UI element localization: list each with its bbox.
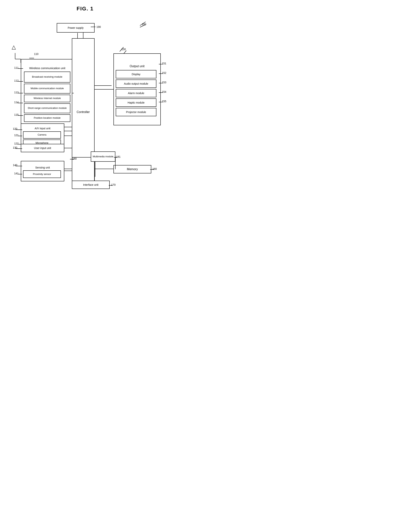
display-box: Display [116, 70, 156, 78]
short-range-box: Short-range communication module [24, 103, 70, 113]
label-152: 152 [162, 71, 166, 74]
sensing-unit-box: Sensing unit Proximity sensor [21, 161, 64, 181]
label-160: 160 [152, 167, 157, 170]
label-154: 154 [162, 90, 166, 93]
alarm-module-box: Alarm module [116, 89, 156, 97]
diagram: 100 Power supply 190 △ 110 Wireless comm… [4, 19, 166, 205]
position-location-box: Position-location module [24, 114, 70, 122]
wireless-comm-label: Wireless communication unit [21, 66, 73, 70]
memory-box: Memory [113, 165, 151, 173]
power-supply-box: Power supply [57, 23, 95, 32]
label-150: 150 [121, 48, 126, 51]
output-unit-box: Output unit Display Audio output module … [113, 53, 161, 125]
label-120: 120 [13, 127, 17, 130]
page-title: FIG. 1 [4, 6, 166, 12]
label-112: 112 [14, 79, 19, 82]
interface-unit-box: Interface unit [72, 181, 110, 189]
multimedia-module-box: Multimedia module [91, 151, 115, 162]
label-110: 110 [34, 53, 38, 55]
label-113: 113 [14, 91, 19, 94]
haptic-module-box: Haptic module [116, 98, 156, 107]
audio-output-box: Audio output module [116, 79, 156, 88]
user-input-box: User input unit [21, 144, 64, 152]
label-122: 122 [14, 142, 19, 145]
proximity-sensor-box: Proximity sensor [23, 170, 61, 178]
label-121: 121 [14, 134, 19, 137]
label-100: 100 [142, 23, 146, 26]
controller-box: Controller [72, 38, 95, 186]
label-114: 114 [14, 101, 19, 104]
label-115: 115 [14, 113, 19, 116]
label-130: 130 [13, 146, 17, 149]
label-190: 190 [97, 25, 101, 28]
output-unit-label: Output unit [114, 64, 160, 68]
label-141: 141 [14, 172, 19, 175]
label-181: 181 [116, 155, 120, 158]
label-155: 155 [162, 100, 166, 103]
label-151: 151 [162, 62, 166, 65]
mobile-comm-box: Mobile communication module [24, 84, 70, 93]
broadcast-box: Broadcast receiving module [24, 71, 70, 83]
projector-module-box: Projector module [116, 108, 156, 116]
label-111: 111 [14, 66, 19, 69]
label-140: 140 [13, 163, 17, 167]
svg-line-52 [124, 51, 126, 53]
av-input-label: A/V input unit [21, 127, 64, 130]
wireless-comm-box: Wireless communication unit Broadcast re… [21, 59, 74, 127]
antenna-icon: △ [12, 44, 16, 50]
label-180: 180 [72, 157, 77, 160]
sensing-unit-label: Sensing unit [21, 166, 64, 169]
camera-box: Camera [23, 131, 61, 139]
label-170: 170 [111, 183, 116, 186]
wireless-internet-box: Wireless Internet module [24, 95, 70, 102]
label-153: 153 [162, 81, 166, 84]
